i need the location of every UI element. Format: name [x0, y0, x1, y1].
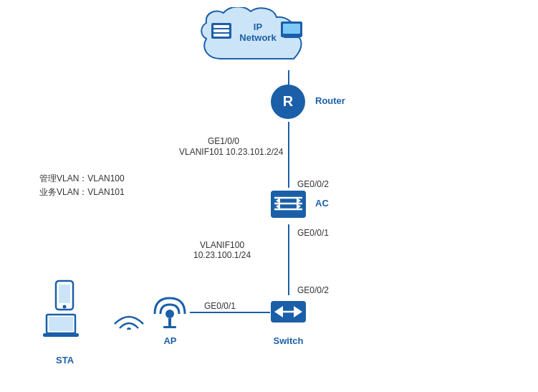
svg-rect-30	[49, 317, 73, 331]
svg-point-25	[127, 328, 131, 330]
ip-network-node: IP Network	[193, 7, 322, 72]
svg-rect-31	[43, 333, 79, 337]
svg-rect-24	[163, 326, 176, 328]
switch-ge-ap-label: GE0/0/1	[204, 301, 236, 311]
ac-ge-bottom-label: GE0/0/1	[297, 228, 329, 238]
line-switch-ap	[190, 312, 270, 313]
ac-vlanif-label: VLANIF100 10.23.100.1/24	[193, 240, 251, 260]
line-router-ac	[288, 122, 289, 188]
mgmt-vlan-label: 管理VLAN：VLAN100	[39, 172, 125, 186]
ip-network-label: IP Network	[239, 21, 276, 43]
svg-point-28	[63, 305, 67, 309]
ap-node: AP	[150, 292, 190, 332]
switch-label: Switch	[274, 335, 304, 346]
svg-rect-5	[283, 24, 300, 34]
router-vlanif-label: VLANIF101 10.23.101.2/24	[179, 147, 283, 157]
sta-label: STA	[56, 355, 74, 365]
svg-rect-23	[168, 318, 171, 327]
ac-node: AC	[269, 185, 308, 224]
svg-point-22	[165, 310, 174, 318]
svg-rect-27	[59, 285, 70, 303]
svg-rect-1	[213, 25, 229, 28]
ap-label: AP	[163, 335, 176, 346]
svg-rect-3	[213, 34, 229, 37]
vlan-info: 管理VLAN：VLAN100 业务VLAN：VLAN101	[39, 172, 125, 199]
svg-rect-2	[213, 29, 229, 32]
router-node: R Router	[269, 82, 308, 122]
network-diagram: IP Network R Router GE1/0/0 VLANIF101 10…	[0, 0, 538, 392]
router-ge-label: GE1/0/0	[208, 136, 239, 146]
svg-text:R: R	[283, 93, 294, 109]
biz-vlan-label: 业务VLAN：VLAN101	[39, 186, 125, 199]
svg-rect-7	[284, 37, 299, 38]
router-label: Router	[315, 95, 345, 106]
svg-rect-6	[287, 34, 297, 37]
switch-node: Switch	[269, 292, 308, 332]
ac-label: AC	[315, 198, 329, 209]
wifi-signal	[111, 301, 147, 334]
line-ac-switch	[288, 224, 289, 295]
